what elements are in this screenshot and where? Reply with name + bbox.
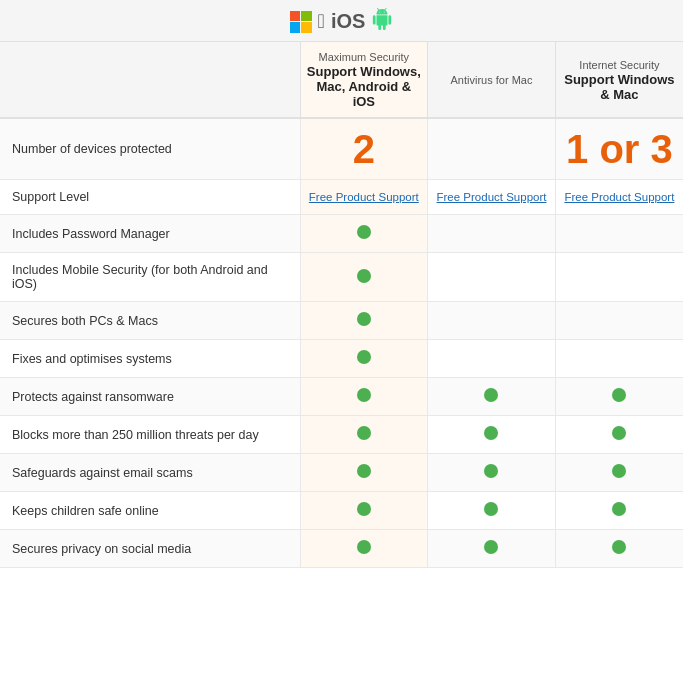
feature-internet-cell <box>555 530 683 568</box>
support-maximum: Free Product Support <box>300 180 428 215</box>
support-row: Support Level Free Product Support Free … <box>0 180 683 215</box>
maximum-subtitle: Maximum Security <box>319 51 409 63</box>
checkmark-dot <box>484 388 498 402</box>
support-internet-link[interactable]: Free Product Support <box>564 191 674 203</box>
feature-internet-cell <box>555 340 683 378</box>
checkmark-dot <box>357 350 371 364</box>
feature-internet-cell <box>555 378 683 416</box>
table-header-row: Maximum Security Support Windows, Mac, A… <box>0 42 683 118</box>
feature-internet-cell <box>555 492 683 530</box>
feature-maximum-cell <box>300 492 428 530</box>
feature-row: Safeguards against email scams <box>0 454 683 492</box>
feature-column-header <box>0 42 300 118</box>
feature-label: Secures privacy on social media <box>0 530 300 568</box>
os-icons-bar:  iOS <box>0 0 683 42</box>
feature-antivirus-cell <box>428 215 556 253</box>
feature-label: Includes Password Manager <box>0 215 300 253</box>
antivirus-subtitle: Antivirus for Mac <box>451 74 533 86</box>
ios-icon: iOS <box>331 10 365 33</box>
checkmark-dot <box>357 312 371 326</box>
feature-label: Blocks more than 250 million threats per… <box>0 416 300 454</box>
feature-label: Includes Mobile Security (for both Andro… <box>0 253 300 302</box>
feature-antivirus-cell <box>428 416 556 454</box>
checkmark-dot <box>357 540 371 554</box>
comparison-table: Maximum Security Support Windows, Mac, A… <box>0 42 683 568</box>
maximum-security-header: Maximum Security Support Windows, Mac, A… <box>300 42 428 118</box>
feature-maximum-cell <box>300 530 428 568</box>
checkmark-dot <box>357 269 371 283</box>
feature-antivirus-cell <box>428 378 556 416</box>
feature-antivirus-cell <box>428 302 556 340</box>
feature-row: Includes Mobile Security (for both Andro… <box>0 253 683 302</box>
feature-maximum-cell <box>300 378 428 416</box>
checkmark-dot <box>357 464 371 478</box>
maximum-title: Support Windows, Mac, Android & iOS <box>307 64 422 109</box>
checkmark-dot <box>612 426 626 440</box>
support-antivirus-link[interactable]: Free Product Support <box>437 191 547 203</box>
feature-row: Secures privacy on social media <box>0 530 683 568</box>
checkmark-dot <box>612 464 626 478</box>
feature-maximum-cell <box>300 340 428 378</box>
support-label: Support Level <box>0 180 300 215</box>
feature-row: Keeps children safe online <box>0 492 683 530</box>
checkmark-dot <box>612 388 626 402</box>
feature-row: Protects against ransomware <box>0 378 683 416</box>
feature-antivirus-cell <box>428 454 556 492</box>
devices-internet-value: 1 or 3 <box>566 127 673 171</box>
checkmark-dot <box>612 502 626 516</box>
feature-label: Keeps children safe online <box>0 492 300 530</box>
feature-row: Secures both PCs & Macs <box>0 302 683 340</box>
apple-icon:  <box>318 10 325 33</box>
checkmark-dot <box>612 540 626 554</box>
checkmark-dot <box>357 225 371 239</box>
feature-row: Blocks more than 250 million threats per… <box>0 416 683 454</box>
internet-security-header: Internet Security Support Windows & Mac <box>555 42 683 118</box>
devices-internet: 1 or 3 <box>555 118 683 180</box>
feature-antivirus-cell <box>428 253 556 302</box>
devices-antivirus <box>428 118 556 180</box>
devices-maximum: 2 <box>300 118 428 180</box>
checkmark-dot <box>484 540 498 554</box>
feature-label: Protects against ransomware <box>0 378 300 416</box>
feature-internet-cell <box>555 302 683 340</box>
feature-row: Fixes and optimises systems <box>0 340 683 378</box>
feature-maximum-cell <box>300 416 428 454</box>
devices-label: Number of devices protected <box>0 118 300 180</box>
feature-label: Fixes and optimises systems <box>0 340 300 378</box>
android-icon <box>371 8 393 35</box>
antivirus-mac-header: Antivirus for Mac <box>428 42 556 118</box>
devices-row: Number of devices protected 2 1 or 3 <box>0 118 683 180</box>
feature-maximum-cell <box>300 215 428 253</box>
checkmark-dot <box>357 426 371 440</box>
internet-title: Support Windows & Mac <box>562 72 677 102</box>
checkmark-dot <box>357 388 371 402</box>
checkmark-dot <box>484 502 498 516</box>
support-antivirus: Free Product Support <box>428 180 556 215</box>
feature-internet-cell <box>555 454 683 492</box>
support-maximum-link[interactable]: Free Product Support <box>309 191 419 203</box>
feature-maximum-cell <box>300 454 428 492</box>
feature-label: Safeguards against email scams <box>0 454 300 492</box>
checkmark-dot <box>484 464 498 478</box>
checkmark-dot <box>484 426 498 440</box>
feature-internet-cell <box>555 215 683 253</box>
support-internet: Free Product Support <box>555 180 683 215</box>
feature-maximum-cell <box>300 253 428 302</box>
feature-maximum-cell <box>300 302 428 340</box>
feature-label: Secures both PCs & Macs <box>0 302 300 340</box>
feature-antivirus-cell <box>428 530 556 568</box>
devices-maximum-value: 2 <box>353 127 375 171</box>
windows-icon <box>290 11 312 33</box>
feature-row: Includes Password Manager <box>0 215 683 253</box>
feature-internet-cell <box>555 416 683 454</box>
os-icon-group:  iOS <box>0 8 683 35</box>
internet-subtitle: Internet Security <box>579 59 659 71</box>
feature-antivirus-cell <box>428 340 556 378</box>
feature-antivirus-cell <box>428 492 556 530</box>
feature-internet-cell <box>555 253 683 302</box>
checkmark-dot <box>357 502 371 516</box>
